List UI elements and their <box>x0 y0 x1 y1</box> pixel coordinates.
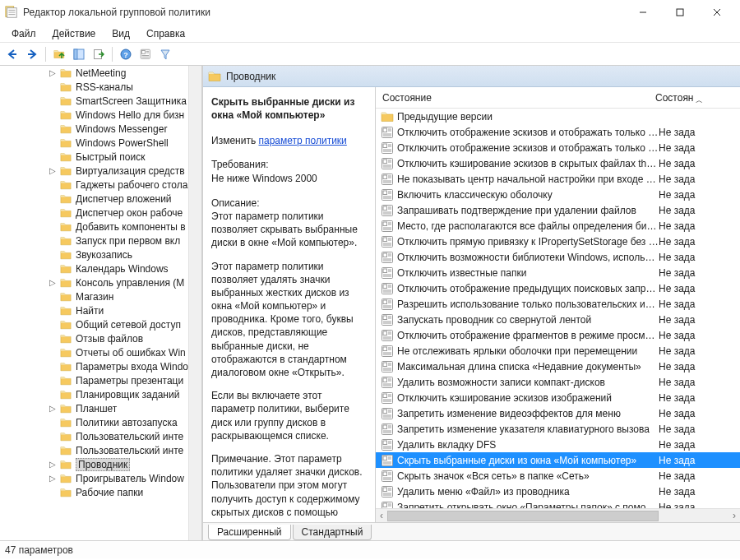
column-name[interactable]: Состояние <box>376 92 655 104</box>
back-button[interactable] <box>3 45 21 63</box>
list-item[interactable]: Запрашивать подтверждение при удалении ф… <box>376 202 740 218</box>
svg-rect-12 <box>677 9 683 16</box>
tree-item[interactable]: Быстрый поиск <box>0 150 201 164</box>
close-button[interactable] <box>698 1 735 24</box>
tree-item[interactable]: Отзыв файлов <box>0 331 201 345</box>
list-item[interactable]: Отключить возможности библиотеки Windows… <box>376 249 740 265</box>
tree-item[interactable]: Параметры презентаци <box>0 373 201 387</box>
export-button[interactable] <box>90 45 108 63</box>
list-item[interactable]: Максимальная длина списка «Недавние доку… <box>376 359 740 374</box>
expand-icon[interactable]: ▷ <box>48 404 58 413</box>
filter-button[interactable] <box>156 45 174 63</box>
tree-item[interactable]: Звукозапись <box>0 248 201 261</box>
setting-icon <box>381 251 394 264</box>
properties-button[interactable] <box>136 45 155 63</box>
tree-item[interactable]: ▷Планшет <box>0 401 201 415</box>
toolbar: ? <box>0 43 740 66</box>
tree-item[interactable]: Политики автозапуска <box>0 415 201 429</box>
tree-item[interactable]: RSS-каналы <box>0 80 201 94</box>
list-item[interactable]: Отключить известные папкиНе зада <box>376 265 740 280</box>
folder-icon <box>59 235 72 247</box>
tree-item[interactable]: Рабочие папки <box>0 485 201 499</box>
tree-item[interactable]: SmartScreen Защитника <box>0 94 201 108</box>
list-item[interactable]: Удалить вкладку DFSНе зада <box>376 437 740 452</box>
tree-view[interactable]: ▷NetMeetingRSS-каналыSmartScreen Защитни… <box>0 66 201 540</box>
tree-item[interactable]: Гаджеты рабочего стола <box>0 178 201 192</box>
show-hide-tree-button[interactable] <box>70 45 88 63</box>
menu-file[interactable]: Файл <box>3 26 44 41</box>
expand-icon[interactable]: ▷ <box>48 278 58 287</box>
tree-item[interactable]: Общий сетевой доступ <box>0 317 201 331</box>
list-item[interactable]: Отключить кэширование эскизов в скрытых … <box>376 155 740 171</box>
tree-item[interactable]: Найти <box>0 303 201 317</box>
tree-item[interactable]: ▷Проводник <box>0 457 201 471</box>
tree-vertical-scrollbar[interactable] <box>188 66 201 540</box>
list-item[interactable]: Запускать проводник со свернутой лентойН… <box>376 312 740 327</box>
tree-item[interactable]: Диспетчер вложений <box>0 192 201 206</box>
list-item[interactable]: Не показывать центр начальной настройки … <box>376 171 740 187</box>
menu-view[interactable]: Вид <box>104 26 138 41</box>
forward-button[interactable] <box>23 45 41 63</box>
list-item[interactable]: Удалить возможности записи компакт-диско… <box>376 374 740 390</box>
list-item[interactable]: Отключить кэширование эскизов изображени… <box>376 390 740 405</box>
tree-item[interactable]: Запуск при первом вкл <box>0 234 201 248</box>
list-item[interactable]: Скрыть значок «Вся сеть» в папке «Сеть»Н… <box>376 468 740 484</box>
list-item[interactable]: Удалить меню «Файл» из проводникаНе зада <box>376 484 740 499</box>
list-item[interactable]: Разрешить использование только пользоват… <box>376 296 740 312</box>
tree-item[interactable]: Пользовательский инте <box>0 429 201 443</box>
list-item[interactable]: Предыдущие версии <box>376 109 740 124</box>
item-name: Разрешить использование только пользоват… <box>397 299 659 310</box>
expand-icon[interactable]: ▷ <box>48 68 58 77</box>
item-state: Не зада <box>659 299 708 310</box>
tree-item[interactable]: ▷NetMeeting <box>0 66 201 80</box>
column-state[interactable]: Состоян︿ <box>655 92 705 104</box>
tree-item[interactable]: Магазин <box>0 289 201 303</box>
help-button[interactable]: ? <box>117 45 135 63</box>
list-item[interactable]: Запретить изменение видеоэффектов для ме… <box>376 405 740 421</box>
list-item[interactable]: Отключить прямую привязку к IPropertySet… <box>376 234 740 249</box>
list-item[interactable]: Скрыть выбранные диски из окна «Мой комп… <box>376 452 740 468</box>
maximize-button[interactable] <box>661 1 698 24</box>
tree-item[interactable]: Календарь Windows <box>0 261 201 275</box>
tab-extended[interactable]: Расширенный <box>208 525 291 540</box>
tree-item[interactable]: ▷Проигрыватель Window <box>0 471 201 485</box>
up-button[interactable] <box>50 45 68 63</box>
tree-item[interactable]: Отчеты об ошибках Win <box>0 345 201 359</box>
tree-item[interactable]: Диспетчер окон рабоче <box>0 206 201 220</box>
tree-item[interactable]: Параметры входа Windo <box>0 359 201 373</box>
setting-icon <box>381 298 394 311</box>
list-item[interactable]: Включить классическую оболочкуНе зада <box>376 187 740 202</box>
list-item[interactable]: Отключить отображение предыдущих поисков… <box>376 280 740 296</box>
tree-item[interactable]: ▷Виртуализация средств <box>0 164 201 178</box>
expand-icon[interactable]: ▷ <box>48 166 58 175</box>
item-state: Не зада <box>659 392 708 404</box>
menu-action[interactable]: Действие <box>44 26 104 41</box>
list-item[interactable]: Не отслеживать ярлыки оболочки при перем… <box>376 343 740 359</box>
tree-item-label: Параметры презентаци <box>76 375 183 386</box>
folder-icon <box>59 207 72 219</box>
list-rows[interactable]: Предыдущие версииОтключить отображение э… <box>376 109 740 508</box>
tree-item[interactable]: Пользовательский инте <box>0 443 201 457</box>
tree-item-label: SmartScreen Защитника <box>76 95 187 107</box>
expand-icon[interactable]: ▷ <box>48 474 58 483</box>
folder-icon <box>59 291 72 303</box>
list-item[interactable]: Отключить отображение эскизов и отобража… <box>376 124 740 140</box>
tree-item[interactable]: Windows Messenger <box>0 122 201 136</box>
list-item[interactable]: Отключить отображение фрагментов в режим… <box>376 327 740 343</box>
minimize-button[interactable] <box>624 1 661 24</box>
list-item[interactable]: Запретить открывать окно «Параметры папо… <box>376 499 740 508</box>
tab-standard[interactable]: Стандартный <box>293 525 372 540</box>
menu-help[interactable]: Справка <box>138 26 193 41</box>
folder-icon <box>59 263 72 275</box>
expand-icon[interactable]: ▷ <box>48 460 58 469</box>
edit-policy-link[interactable]: параметр политики <box>258 135 346 146</box>
list-item[interactable]: Запретить изменение указателя клавиатурн… <box>376 421 740 437</box>
list-item[interactable]: Место, где располагаются все файлы опред… <box>376 218 740 234</box>
tree-item[interactable]: ▷Консоль управления (М <box>0 275 201 289</box>
tree-item[interactable]: Windows PowerShell <box>0 136 201 150</box>
tree-item[interactable]: Планировщик заданий <box>0 387 201 401</box>
tree-item[interactable]: Windows Hello для бизн <box>0 108 201 122</box>
tree-item[interactable]: Добавить компоненты в <box>0 220 201 234</box>
list-item[interactable]: Отключить отображение эскизов и отобража… <box>376 140 740 155</box>
list-horizontal-scrollbar[interactable]: ‹ › <box>376 508 740 522</box>
